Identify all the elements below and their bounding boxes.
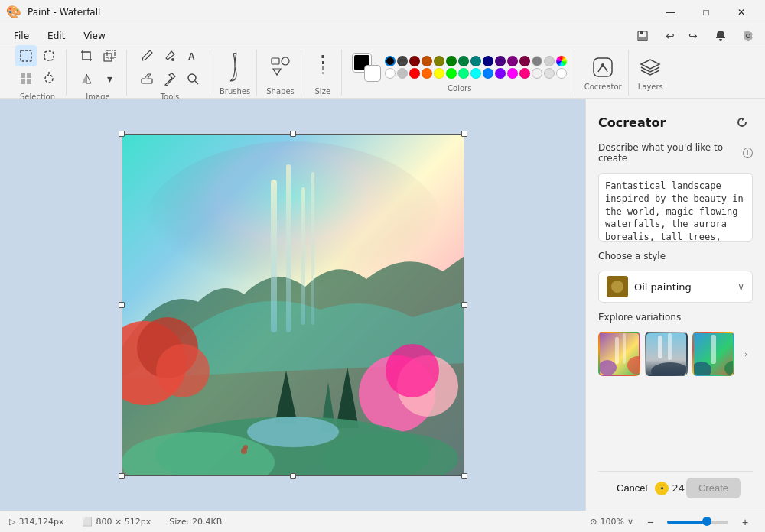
color-swatch[interactable] <box>544 56 555 66</box>
next-variation-button[interactable]: › <box>739 346 753 362</box>
color-swatch[interactable] <box>483 68 493 79</box>
swatch-row-2 <box>385 68 567 79</box>
color-swatch[interactable] <box>470 56 481 66</box>
color-swatch[interactable] <box>422 56 432 66</box>
color-swatch[interactable] <box>446 68 457 79</box>
color-swatch[interactable] <box>532 56 542 66</box>
zoom-out-button[interactable]: − <box>640 511 661 533</box>
color-swatch[interactable] <box>556 68 567 79</box>
color-swatch[interactable] <box>507 56 518 66</box>
brushes-group: Brushes <box>213 50 257 96</box>
view-menu[interactable]: View <box>76 28 112 44</box>
zoom-in-button[interactable]: + <box>734 511 756 533</box>
style-dropdown[interactable]: Oil painting ∨ <box>598 271 753 303</box>
history-button[interactable] <box>731 112 753 133</box>
play-status: ▷ 314,124px <box>9 517 63 527</box>
color-swatch[interactable] <box>519 56 530 66</box>
create-button[interactable]: Create <box>686 478 741 498</box>
minimize-button[interactable]: — <box>653 0 688 24</box>
color-pair[interactable] <box>353 54 380 81</box>
svg-marker-12 <box>82 74 86 83</box>
color-swatch[interactable] <box>495 56 506 66</box>
shapes-icon[interactable] <box>269 50 293 84</box>
file-menu[interactable]: File <box>6 28 37 44</box>
text-tool[interactable]: A <box>182 45 203 66</box>
select-free-tool[interactable] <box>38 45 60 66</box>
zoom-slider[interactable] <box>667 521 728 524</box>
edit-menu[interactable]: Edit <box>40 28 73 44</box>
color-swatch[interactable] <box>385 68 396 79</box>
canvas-wrapper <box>122 134 464 476</box>
variation-2[interactable] <box>645 332 687 376</box>
swatch-row-1 <box>385 56 567 66</box>
color-swatch[interactable] <box>495 68 506 79</box>
color-swatch[interactable] <box>446 56 457 66</box>
color-swatches <box>385 56 567 79</box>
svg-point-42 <box>247 417 339 447</box>
color-swatch[interactable] <box>544 68 555 79</box>
close-button[interactable]: ✕ <box>724 0 759 24</box>
app-icon: 🎨 <box>6 5 21 19</box>
zoom-dropdown-icon[interactable]: ∨ <box>627 517 633 527</box>
color-swatch[interactable] <box>532 68 542 79</box>
canvas-area[interactable] <box>0 99 585 511</box>
fill-tool[interactable] <box>159 45 181 66</box>
color-swatch[interactable] <box>519 68 530 79</box>
color-swatch[interactable] <box>458 56 469 66</box>
eraser-tool[interactable] <box>136 68 158 89</box>
pencil-tool[interactable] <box>136 45 158 66</box>
color-swatch[interactable] <box>434 56 444 66</box>
color-swatch[interactable] <box>397 68 408 79</box>
select-image-tool[interactable] <box>38 68 60 89</box>
handle-bl[interactable] <box>119 473 125 479</box>
colors-main <box>353 54 567 81</box>
color-swatch[interactable] <box>483 56 493 66</box>
color-swatch[interactable] <box>409 56 420 66</box>
magnify-tool[interactable] <box>182 68 203 89</box>
variation-1[interactable] <box>598 332 640 376</box>
color-picker-tool[interactable] <box>159 68 181 89</box>
color-swatch[interactable] <box>397 56 408 66</box>
variation-3[interactable] <box>692 332 734 376</box>
color-swatch[interactable] <box>507 68 518 79</box>
zoom-icon: ⊙ <box>590 517 597 527</box>
brush-icon[interactable] <box>223 50 247 84</box>
settings-icon[interactable] <box>737 25 759 47</box>
svg-point-8 <box>45 75 53 83</box>
zoom-slider-thumb[interactable] <box>702 517 711 526</box>
rainbow-swatch[interactable] <box>556 56 567 66</box>
color-swatch[interactable] <box>409 68 420 79</box>
flip-tool[interactable] <box>76 68 97 89</box>
resize-tool[interactable] <box>99 45 120 66</box>
info-icon[interactable]: i <box>743 148 753 158</box>
image-dropdown[interactable]: ▾ <box>99 68 120 89</box>
undo-button[interactable]: ↩ <box>659 25 681 47</box>
handle-br[interactable] <box>461 473 467 479</box>
size-icon[interactable] <box>311 50 335 84</box>
redo-button[interactable]: ↪ <box>682 25 704 47</box>
select-all-tool[interactable] <box>15 68 37 89</box>
handle-bm[interactable] <box>290 473 296 479</box>
cocreator-group[interactable]: Cocreator <box>578 50 629 96</box>
handle-tm[interactable] <box>290 131 296 137</box>
color-swatch[interactable] <box>385 56 396 66</box>
color-swatch[interactable] <box>470 68 481 79</box>
svg-rect-11 <box>107 50 115 58</box>
color-swatch[interactable] <box>434 68 444 79</box>
coin-icon: ✦ <box>655 482 669 495</box>
notification-icon[interactable] <box>710 25 731 47</box>
color-swatch[interactable] <box>458 68 469 79</box>
maximize-button[interactable]: □ <box>688 0 724 24</box>
handle-tl[interactable] <box>119 131 125 137</box>
handle-mr[interactable] <box>461 302 467 308</box>
prompt-textarea[interactable]: Fantastical landscape inspired by the be… <box>598 173 753 242</box>
cancel-button[interactable]: Cancel <box>610 478 653 498</box>
crop-tool[interactable] <box>76 45 97 66</box>
layers-group[interactable]: Layers <box>632 50 669 96</box>
select-tool[interactable] <box>15 45 37 66</box>
handle-tr[interactable] <box>461 131 467 137</box>
save-button[interactable] <box>632 25 653 47</box>
handle-ml[interactable] <box>119 302 125 308</box>
color-swatch[interactable] <box>422 68 432 79</box>
style-label: Choose a style <box>598 251 753 261</box>
